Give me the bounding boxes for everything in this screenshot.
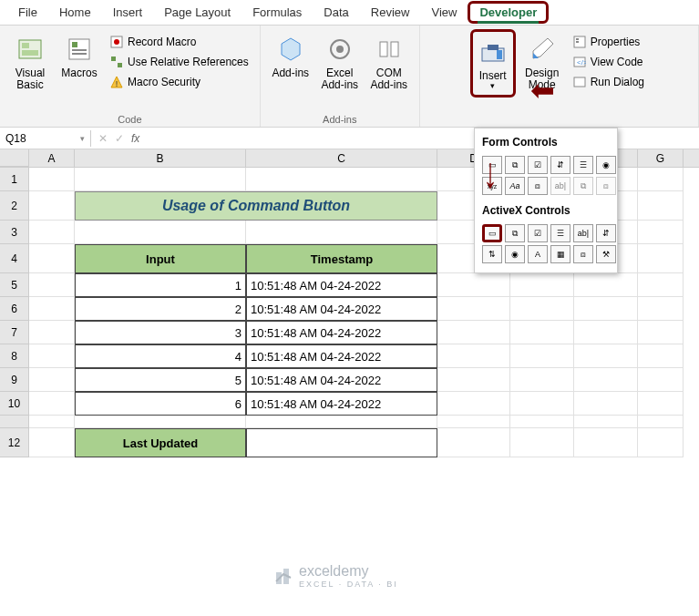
form-option-icon[interactable]: ◉ xyxy=(596,156,616,174)
table-cell-input[interactable]: 6 xyxy=(75,392,246,416)
cell[interactable] xyxy=(246,168,437,191)
row-header[interactable]: 6 xyxy=(0,297,29,321)
last-updated-value[interactable] xyxy=(246,428,437,457)
insert-control-button[interactable]: Insert ▾ xyxy=(470,29,516,98)
form-checkbox-icon[interactable]: ☑ xyxy=(528,156,548,174)
name-box[interactable]: Q18 ▾ xyxy=(0,130,91,147)
macro-security-button[interactable]: ! Macro Security xyxy=(106,73,252,91)
form-combo-icon[interactable]: ⧉ xyxy=(573,177,593,195)
table-cell-input[interactable]: 5 xyxy=(75,368,246,392)
activex-combobox-icon[interactable]: ⧉ xyxy=(505,224,525,242)
table-cell-timestamp[interactable]: 10:51:48 AM 04-24-2022 xyxy=(246,344,437,368)
cell[interactable] xyxy=(437,428,510,457)
cell[interactable] xyxy=(638,221,684,244)
use-relative-button[interactable]: Use Relative References xyxy=(106,53,252,71)
cell[interactable] xyxy=(437,297,510,321)
row-header[interactable]: 4 xyxy=(0,244,29,273)
cell[interactable] xyxy=(510,416,574,428)
activex-listbox-icon[interactable]: ☰ xyxy=(550,224,571,242)
cell[interactable] xyxy=(510,392,574,416)
cell[interactable] xyxy=(29,244,75,273)
last-updated-label[interactable]: Last Updated xyxy=(75,428,246,457)
activex-scrollbar-icon[interactable]: ⇵ xyxy=(596,224,616,242)
select-all-corner[interactable] xyxy=(0,149,29,167)
cell[interactable] xyxy=(638,368,684,392)
tab-data[interactable]: Data xyxy=(313,2,359,23)
table-cell-timestamp[interactable]: 10:51:48 AM 04-24-2022 xyxy=(246,321,437,344)
tab-review[interactable]: Review xyxy=(360,2,421,23)
row-header[interactable]: 8 xyxy=(0,344,29,368)
cell[interactable] xyxy=(437,416,510,428)
form-combobox-icon[interactable]: ⧉ xyxy=(505,156,525,174)
activex-spinner-icon[interactable]: ⇅ xyxy=(482,245,502,263)
row-header[interactable]: 12 xyxy=(0,428,29,457)
row-header[interactable]: 2 xyxy=(0,191,29,221)
col-header[interactable]: A xyxy=(29,149,75,167)
table-cell-timestamp[interactable]: 10:51:48 AM 04-24-2022 xyxy=(246,297,437,321)
activex-command-button-icon[interactable]: ▭ xyxy=(482,224,502,242)
tab-page-layout[interactable]: Page Layout xyxy=(153,2,242,23)
activex-option-icon[interactable]: ◉ xyxy=(505,245,525,263)
cell[interactable] xyxy=(510,321,574,344)
cell[interactable] xyxy=(246,221,437,244)
properties-button[interactable]: Properties xyxy=(569,33,648,51)
cell[interactable] xyxy=(29,368,75,392)
row-header[interactable]: 5 xyxy=(0,273,29,297)
row-header[interactable]: 1 xyxy=(0,168,29,191)
cell[interactable] xyxy=(75,221,246,244)
tab-developer[interactable]: Developer xyxy=(468,1,549,24)
fx-label[interactable]: fx xyxy=(131,132,139,145)
cell[interactable] xyxy=(75,168,246,191)
cell[interactable] xyxy=(29,428,75,457)
form-spinner-icon[interactable]: ⇵ xyxy=(550,156,571,174)
cell[interactable] xyxy=(75,416,246,428)
tab-view[interactable]: View xyxy=(420,2,468,23)
cell[interactable] xyxy=(29,221,75,244)
cell[interactable] xyxy=(574,368,638,392)
cell[interactable] xyxy=(574,344,638,368)
row-header[interactable]: 7 xyxy=(0,321,29,344)
form-textfield-icon[interactable]: ab| xyxy=(550,177,571,195)
table-header-timestamp[interactable]: Timestamp xyxy=(246,244,437,273)
cell[interactable] xyxy=(510,368,574,392)
cell[interactable] xyxy=(638,168,684,191)
cell[interactable] xyxy=(638,344,684,368)
activex-label-icon[interactable]: A xyxy=(528,245,548,263)
cell[interactable] xyxy=(510,428,574,457)
form-dialog-icon[interactable]: ⧈ xyxy=(596,177,616,195)
table-cell-input[interactable]: 4 xyxy=(75,344,246,368)
cell[interactable] xyxy=(638,191,684,221)
cell[interactable] xyxy=(29,416,75,428)
activex-image-icon[interactable]: ▦ xyxy=(550,245,571,263)
enter-icon[interactable]: ✓ xyxy=(115,132,124,145)
table-cell-timestamp[interactable]: 10:51:48 AM 04-24-2022 xyxy=(246,368,437,392)
activex-toggle-icon[interactable]: ⧈ xyxy=(573,245,593,263)
com-addins-button[interactable]: COM Add-ins xyxy=(366,29,412,95)
row-header[interactable] xyxy=(0,416,29,428)
row-header[interactable]: 9 xyxy=(0,368,29,392)
activex-textbox-icon[interactable]: ab| xyxy=(573,224,593,242)
excel-addins-button[interactable]: Excel Add-ins xyxy=(317,29,363,95)
cell[interactable] xyxy=(29,191,75,221)
cell[interactable] xyxy=(29,297,75,321)
record-macro-button[interactable]: Record Macro xyxy=(106,33,252,51)
view-code-button[interactable]: </> View Code xyxy=(569,53,648,71)
table-cell-timestamp[interactable]: 10:51:48 AM 04-24-2022 xyxy=(246,273,437,297)
cell[interactable] xyxy=(638,321,684,344)
form-label-icon[interactable]: Aa xyxy=(505,177,525,195)
cell[interactable] xyxy=(437,273,510,297)
cell[interactable] xyxy=(29,273,75,297)
cell[interactable] xyxy=(29,344,75,368)
addins-button[interactable]: Add-ins xyxy=(268,29,314,83)
cell[interactable] xyxy=(437,368,510,392)
form-scrollbar-icon[interactable]: ⧈ xyxy=(528,177,548,195)
cell[interactable] xyxy=(29,392,75,416)
table-header-input[interactable]: Input xyxy=(75,244,246,273)
cell[interactable] xyxy=(638,244,684,273)
title-cell[interactable]: Usage of Command Button xyxy=(75,191,437,221)
cell[interactable] xyxy=(638,428,684,457)
cell[interactable] xyxy=(574,392,638,416)
activex-more-icon[interactable]: ⚒ xyxy=(596,245,616,263)
table-cell-input[interactable]: 3 xyxy=(75,321,246,344)
tab-formulas[interactable]: Formulas xyxy=(242,2,313,23)
